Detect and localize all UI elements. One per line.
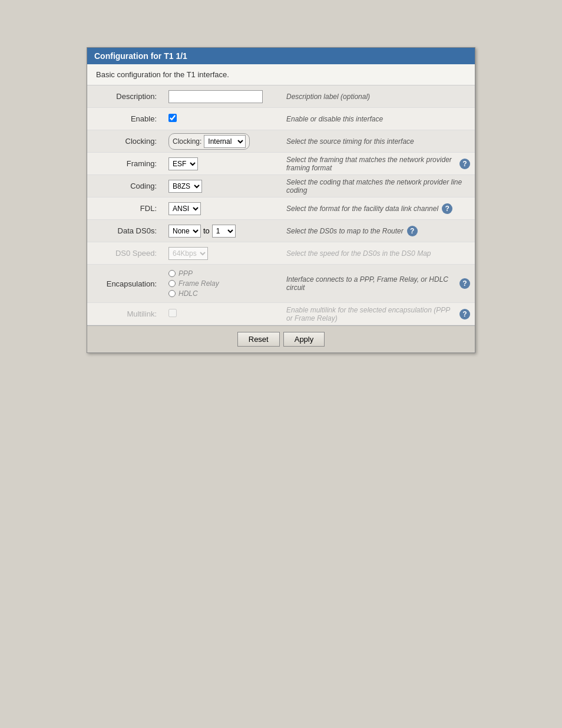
framing-row: Framing: ESF D4 Select the framing that …	[87, 153, 475, 175]
enable-hint: Enable or disable this interface	[282, 113, 475, 126]
enable-input-cell	[164, 111, 282, 126]
ds0s-help-icon[interactable]: ?	[407, 226, 418, 236]
data-ds0s-row: Data DS0s: None 1 2 3 to 1 2 3 24	[87, 220, 475, 242]
framing-help-icon[interactable]: ?	[459, 159, 470, 169]
encapsulation-help-icon[interactable]: ?	[459, 278, 470, 289]
clocking-row: Clocking: Clocking: Internal External Lo…	[87, 130, 475, 153]
data-ds0s-hint: Select the DS0s to map to the Router ?	[282, 223, 475, 239]
clocking-select[interactable]: Internal External Loop	[204, 135, 246, 148]
configuration-panel: Configuration for T1 1/1 Basic configura…	[87, 47, 475, 353]
panel-body: Basic configuration for the T1 interface…	[87, 64, 475, 353]
ds0-to-select[interactable]: 1 2 3 24	[212, 225, 236, 238]
framing-hint: Select the framing that matches the netw…	[282, 153, 475, 174]
multilink-hint: Enable multilink for the selected encaps…	[282, 304, 475, 325]
multilink-input-cell	[164, 307, 282, 321]
description-label: Description:	[87, 92, 164, 101]
clocking-wrapper: Clocking: Internal External Loop	[168, 133, 250, 150]
subtitle: Basic configuration for the T1 interface…	[87, 64, 475, 85]
ds0-speed-select[interactable]: 64Kbps 56Kbps	[168, 247, 208, 260]
coding-select[interactable]: B8ZS AMI	[168, 180, 202, 193]
enable-row: Enable: Enable or disable this interface	[87, 108, 475, 130]
clocking-hint: Select the source timing for this interf…	[282, 135, 475, 148]
description-input-cell	[164, 88, 282, 106]
framing-select[interactable]: ESF D4	[168, 157, 198, 170]
panel-title-text: Configuration for T1 1/1	[94, 51, 187, 61]
clocking-input-cell: Clocking: Internal External Loop	[164, 131, 282, 152]
encap-ppp-option[interactable]: PPP	[168, 269, 277, 278]
encapsulation-input-cell: PPP Frame Relay HDLC	[164, 265, 282, 302]
encapsulation-label: Encapsulation:	[87, 279, 164, 288]
framing-input-cell: ESF D4	[164, 155, 282, 173]
multilink-help-icon[interactable]: ?	[459, 309, 470, 319]
ds0-inputs: None 1 2 3 to 1 2 3 24	[168, 225, 277, 238]
enable-checkbox[interactable]	[168, 114, 177, 122]
encapsulation-hint: Interface connects to a PPP, Frame Relay…	[282, 273, 475, 294]
description-input[interactable]	[168, 90, 263, 103]
data-ds0s-label: Data DS0s:	[87, 226, 164, 235]
clocking-label: Clocking:	[87, 137, 164, 146]
encap-hdlc-option[interactable]: HDLC	[168, 289, 277, 298]
coding-hint: Select the coding that matches the netwo…	[282, 176, 475, 197]
coding-row: Coding: B8ZS AMI Select the coding that …	[87, 175, 475, 197]
description-row: Description: Description label (optional…	[87, 85, 475, 108]
ds0-speed-row: DS0 Speed: 64Kbps 56Kbps Select the spee…	[87, 242, 475, 265]
footer-row: Reset Apply	[87, 325, 475, 353]
apply-button[interactable]: Apply	[283, 332, 325, 347]
fdl-input-cell: ANSI ATT None	[164, 200, 282, 218]
fdl-label: FDL:	[87, 204, 164, 213]
coding-label: Coding:	[87, 182, 164, 190]
fdl-select[interactable]: ANSI ATT None	[168, 202, 201, 215]
coding-input-cell: B8ZS AMI	[164, 177, 282, 195]
encap-ppp-radio[interactable]	[168, 270, 176, 277]
ds0-from-select[interactable]: None 1 2 3	[168, 225, 201, 238]
encapsulation-row: Encapsulation: PPP Frame Relay HDLC	[87, 265, 475, 303]
description-hint: Description label (optional)	[282, 90, 475, 103]
fdl-help-icon[interactable]: ?	[442, 203, 452, 214]
encapsulation-options: PPP Frame Relay HDLC	[168, 267, 277, 300]
ds0-speed-label: DS0 Speed:	[87, 249, 164, 258]
fdl-hint: Select the format for the facility data …	[282, 201, 475, 216]
fdl-row: FDL: ANSI ATT None Select the format for…	[87, 197, 475, 220]
encap-framerelay-option[interactable]: Frame Relay	[168, 279, 277, 288]
framing-label: Framing:	[87, 159, 164, 168]
multilink-checkbox[interactable]	[168, 309, 177, 317]
ds0-speed-hint: Select the speed for the DS0s in the DS0…	[282, 247, 475, 260]
encap-framerelay-radio[interactable]	[168, 280, 176, 287]
ds0-speed-input-cell: 64Kbps 56Kbps	[164, 245, 282, 262]
reset-button[interactable]: Reset	[237, 332, 280, 347]
enable-label: Enable:	[87, 114, 164, 123]
multilink-label: Multilink:	[87, 309, 164, 318]
multilink-row: Multilink: Enable multilink for the sele…	[87, 303, 475, 325]
panel-title: Configuration for T1 1/1	[87, 48, 475, 64]
encap-hdlc-radio[interactable]	[168, 290, 176, 297]
data-ds0s-input-cell: None 1 2 3 to 1 2 3 24	[164, 222, 282, 240]
